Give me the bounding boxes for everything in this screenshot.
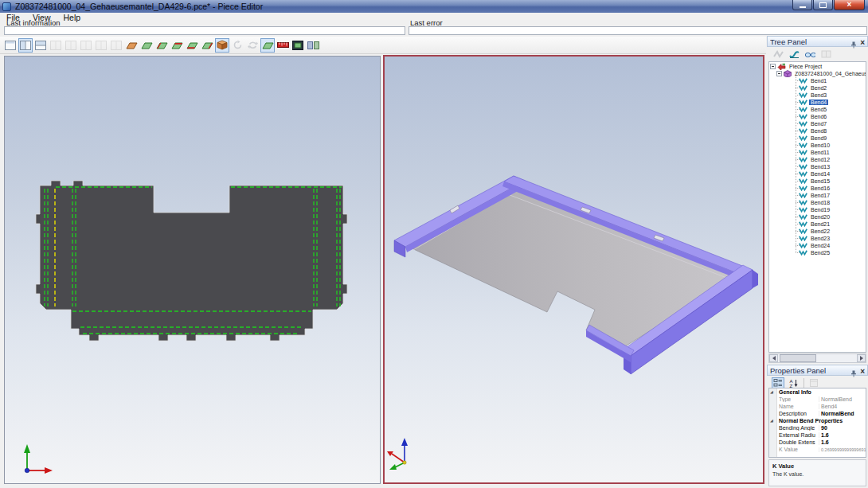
tree-item-bend21[interactable]: Bend21 — [769, 221, 866, 228]
tree-item-bend20[interactable]: Bend20 — [769, 213, 866, 221]
solid-3d-view-button[interactable] — [215, 38, 229, 53]
maximize-button[interactable] — [813, 0, 833, 10]
collapse-box-icon[interactable] — [776, 71, 782, 76]
horizontal-split-view-button[interactable] — [33, 38, 48, 53]
tree-item-bend18[interactable]: Bend18 — [769, 199, 866, 206]
tree-item-bend25[interactable]: Bend25 — [769, 249, 866, 256]
tree-item-label: Bend13 — [809, 164, 831, 170]
property-row-name[interactable]: NameBend4 — [769, 403, 866, 410]
tree-item-bend15[interactable]: Bend15 — [769, 178, 866, 185]
fold-bend-icon[interactable] — [788, 49, 800, 61]
tree-item-bend8[interactable]: Bend8 — [769, 127, 866, 135]
property-section-general-info[interactable]: ◢General Info — [769, 388, 866, 396]
tree-item-bend2[interactable]: Bend2 — [769, 84, 866, 92]
minimize-button[interactable] — [792, 0, 812, 10]
last-error-input[interactable] — [409, 26, 867, 35]
tree-item-label: Bend14 — [809, 171, 831, 177]
capture-view-button[interactable] — [291, 38, 305, 53]
tree-item-label: Bend22 — [809, 228, 831, 234]
tree-item-bend24[interactable]: Bend24 — [769, 242, 866, 249]
help-text: The K value. — [772, 471, 862, 477]
tree-item-bend22[interactable]: Bend22 — [769, 228, 866, 235]
bend-icon — [799, 100, 807, 105]
scroll-thumb[interactable] — [780, 354, 816, 362]
property-row-double-extens[interactable]: Double Extens1.6 — [769, 439, 866, 446]
single-view-button[interactable] — [3, 38, 18, 53]
measure-tool-button[interactable] — [276, 38, 290, 53]
tree-item-bend17[interactable]: Bend17 — [769, 192, 866, 199]
bend-edge-bottom-button[interactable] — [185, 38, 199, 53]
scroll-right-button[interactable] — [857, 354, 866, 362]
property-row-bending-angle[interactable]: Bending Angle90 — [769, 424, 866, 431]
unfold-face-view-button[interactable] — [139, 38, 154, 53]
bend-edge-left-button[interactable] — [154, 38, 169, 53]
tree-item-bend1[interactable]: Bend1 — [769, 77, 866, 84]
close-icon[interactable] — [860, 363, 865, 377]
property-value: NormalBend — [819, 411, 866, 416]
tree-item-label: Bend5 — [809, 107, 828, 112]
tree-item-label: Bend3 — [809, 92, 828, 98]
close-icon[interactable] — [860, 34, 865, 49]
last-information-input[interactable] — [4, 26, 405, 35]
tree-item-project-file[interactable]: Z08372481000_04_Gehaeusema — [769, 70, 866, 77]
scroll-left-button[interactable] — [769, 354, 778, 362]
axis-triad-3d — [387, 438, 408, 470]
property-value: NormalBend — [819, 396, 866, 402]
tree-item-label: Bend16 — [809, 185, 831, 191]
tree-item-bend14[interactable]: Bend14 — [769, 170, 866, 178]
tree-item-bend10[interactable]: Bend10 — [769, 142, 866, 149]
show-faces-button[interactable] — [260, 38, 275, 53]
tree-item-label: Bend20 — [809, 214, 831, 220]
tree-item-bend19[interactable]: Bend19 — [769, 206, 866, 213]
property-row-external-radiu[interactable]: External Radiu1.6 — [769, 431, 866, 439]
pin-icon[interactable] — [850, 37, 858, 45]
sheet-outline — [36, 181, 347, 341]
close-button[interactable] — [834, 0, 865, 10]
tree-item-label: Bend12 — [809, 157, 831, 162]
bend-icon — [799, 107, 807, 112]
property-section-normal-bend-properties[interactable]: ◢Normal Bend Properties — [769, 417, 866, 424]
refresh-view-button — [230, 38, 244, 53]
tree-item-bend16[interactable]: Bend16 — [769, 185, 866, 192]
viewport-3d[interactable] — [383, 55, 764, 484]
property-section-title: General Info — [779, 389, 811, 395]
property-row-type[interactable]: TypeNormalBend — [769, 396, 866, 403]
glasses-icon[interactable] — [803, 49, 816, 61]
bend-edge-right-button[interactable] — [200, 38, 214, 53]
tree-item-bend7[interactable]: Bend7 — [769, 120, 866, 127]
bend-icon — [799, 114, 807, 119]
axis-triad-2d — [24, 444, 53, 474]
dual-view-button[interactable] — [18, 38, 33, 53]
tree-item-bend9[interactable]: Bend9 — [769, 135, 866, 142]
tree-item-piece-project[interactable]: Piece Project — [769, 63, 866, 70]
tree-item-bend3[interactable]: Bend3 — [769, 92, 866, 99]
tree-item-label: Bend2 — [809, 85, 828, 91]
tree-panel-title: Tree Panel — [770, 37, 850, 46]
tree-item-bend11[interactable]: Bend11 — [769, 149, 866, 156]
property-help: K Value The K value. — [768, 459, 866, 486]
tree-item-bend12[interactable]: Bend12 — [769, 156, 866, 163]
pin-icon[interactable] — [850, 366, 858, 374]
compare-views-button[interactable] — [306, 38, 320, 53]
collapse-box-icon[interactable] — [770, 64, 776, 69]
tree-hscrollbar[interactable] — [768, 353, 866, 363]
tree-item-bend23[interactable]: Bend23 — [769, 235, 866, 242]
tree-item-bend13[interactable]: Bend13 — [769, 163, 866, 170]
viewport-2d[interactable] — [4, 56, 381, 484]
tree-item-label: Bend23 — [809, 236, 831, 241]
tree-item-bend4[interactable]: Bend4 — [769, 99, 866, 106]
property-label: External Radiu — [779, 432, 819, 438]
bend-icon — [799, 243, 807, 248]
view-layout-7-button — [94, 38, 108, 53]
property-row-description[interactable]: DescriptionNormalBend — [769, 410, 866, 417]
help-title: K Value — [772, 463, 862, 470]
tree-item-bend6[interactable]: Bend6 — [769, 113, 866, 120]
tree-item-bend5[interactable]: Bend5 — [769, 106, 866, 113]
bend-edge-top-button[interactable] — [170, 38, 184, 53]
tree-item-label: Bend6 — [809, 114, 828, 119]
side-panel: Tree Panel Piece Project — [767, 36, 868, 488]
property-row-k-value[interactable]: K Value0.26999999999999691 — [769, 446, 866, 453]
menu-item-help[interactable]: Help — [57, 13, 88, 22]
panel-layout-icon — [819, 49, 832, 61]
flat-pattern-view-button[interactable] — [124, 38, 139, 53]
